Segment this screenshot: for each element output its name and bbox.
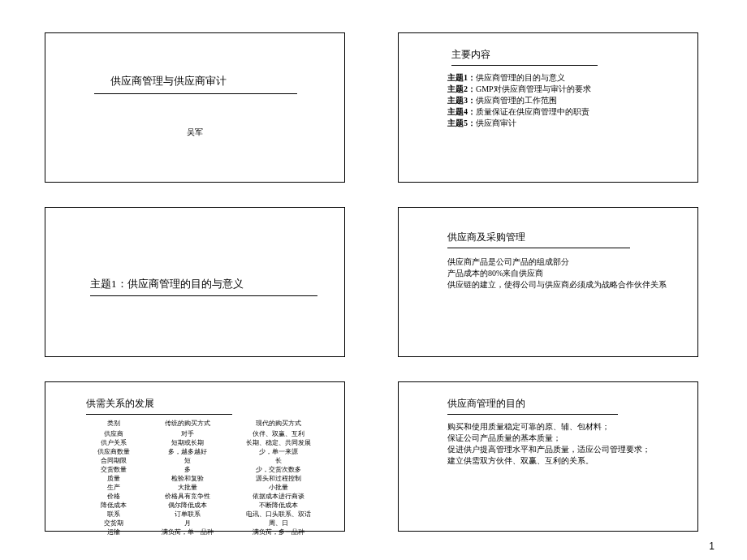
table-col-2: 传统的购买方式 对手 短期或长期 多，越多越好 短 多 检验和复验 大批量 价格…	[143, 419, 232, 536]
topic-item: 主题5：供应商审计	[447, 118, 591, 129]
slide-5-title: 供需关系的发展	[86, 397, 232, 415]
slide-5-table: 类别 供应商 供户关系 供应商数量 合同期限 交货数量 质量 生产 价格 降低成…	[86, 419, 323, 536]
body-line: 供应商产品是公司产品的组成部分	[447, 256, 675, 268]
topic-item: 主题2：GMP对供应商管理与审计的要求	[447, 84, 591, 95]
page-number: 1	[709, 541, 715, 552]
topic-item: 主题1：供应商管理的目的与意义	[447, 72, 591, 84]
body-line: 促进供户提高管理水平和产品质量，适应公司管理要求；	[447, 444, 675, 455]
slide-1-author: 吴军	[45, 127, 344, 138]
slide-1: 供应商管理与供应商审计 吴军	[45, 32, 345, 183]
slide-6-title: 供应商管理的目的	[447, 397, 618, 415]
slide-4-body: 供应商产品是公司产品的组成部分 产品成本的80%来自供应商 供应链的建立，使得公…	[447, 256, 675, 291]
topic-item: 主题3：供应商管理的工作范围	[447, 95, 591, 106]
table-col-3: 现代的购买方式 伙伴、双赢、互利 长期、稳定、共同发展 少，单一来源 长 少，交…	[234, 419, 323, 536]
slide-6: 供应商管理的目的 购买和使用质量稳定可靠的原、辅、包材料； 保证公司产品质量的基…	[398, 381, 698, 532]
slide-4-title: 供应商及采购管理	[447, 230, 630, 248]
body-line: 建立供需双方伙伴、双赢、互利的关系。	[447, 455, 675, 467]
slide-6-body: 购买和使用质量稳定可靠的原、辅、包材料； 保证公司产品质量的基本质量； 促进供户…	[447, 421, 675, 467]
slide-3: 主题1：供应商管理的目的与意义	[45, 207, 345, 357]
table-col-1: 类别 供应商 供户关系 供应商数量 合同期限 交货数量 质量 生产 价格 降低成…	[86, 419, 141, 536]
slide-1-title: 供应商管理与供应商审计	[94, 74, 297, 94]
slide-2: 主要内容 主题1：供应商管理的目的与意义 主题2：GMP对供应商管理与审计的要求…	[398, 32, 698, 183]
body-line: 保证公司产品质量的基本质量；	[447, 433, 675, 444]
slide-5: 供需关系的发展 类别 供应商 供户关系 供应商数量 合同期限 交货数量 质量 生…	[45, 381, 345, 532]
body-line: 供应链的建立，使得公司与供应商必须成为战略合作伙伴关系	[447, 279, 675, 291]
slide-4: 供应商及采购管理 供应商产品是公司产品的组成部分 产品成本的80%来自供应商 供…	[398, 207, 698, 357]
body-line: 产品成本的80%来自供应商	[447, 268, 675, 279]
body-line: 购买和使用质量稳定可靠的原、辅、包材料；	[447, 421, 675, 433]
slide-3-title: 主题1：供应商管理的目的与意义	[90, 277, 317, 296]
topic-item: 主题4：质量保证在供应商管理中的职责	[447, 106, 591, 118]
slide-2-body: 主题1：供应商管理的目的与意义 主题2：GMP对供应商管理与审计的要求 主题3：…	[447, 72, 591, 129]
slide-2-title: 主要内容	[451, 48, 598, 66]
